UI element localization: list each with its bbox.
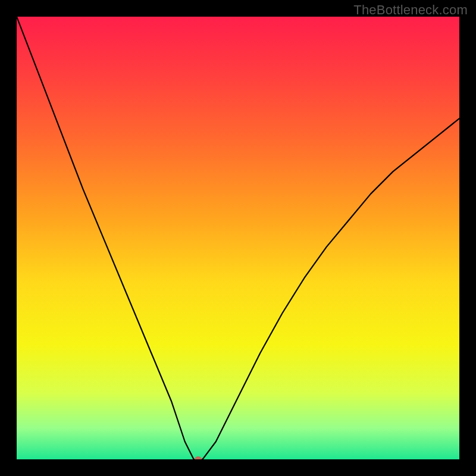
plot-background (17, 17, 459, 459)
chart-svg (17, 17, 459, 459)
bottleneck-chart (17, 17, 459, 459)
watermark-text: TheBottleneck.com (353, 2, 468, 18)
